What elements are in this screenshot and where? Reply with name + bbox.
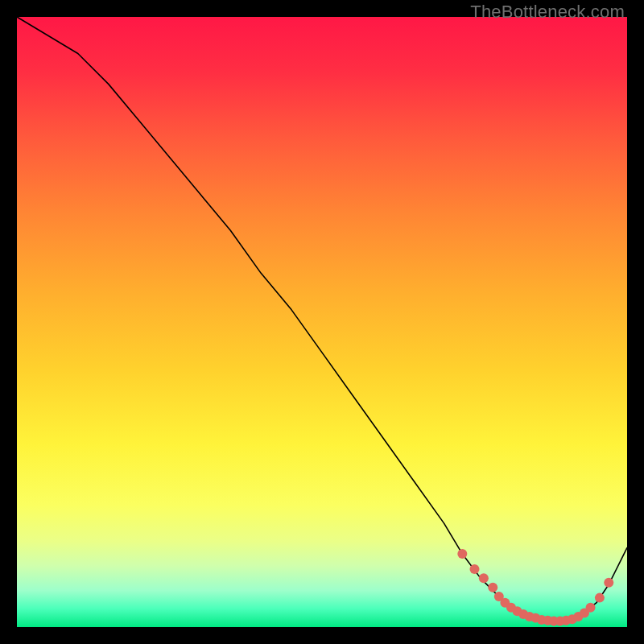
highlight-dot — [457, 549, 467, 559]
highlight-dot — [488, 583, 497, 592]
highlight-dot — [586, 603, 596, 613]
chart-stage: TheBottleneck.com — [0, 0, 644, 644]
curve-layer — [17, 17, 627, 627]
highlight-dot-cluster — [457, 549, 613, 625]
curve-path — [17, 17, 627, 621]
highlight-dot — [470, 564, 480, 574]
highlight-dot — [479, 573, 489, 583]
highlight-dot — [604, 578, 613, 588]
highlight-dot — [595, 593, 605, 603]
